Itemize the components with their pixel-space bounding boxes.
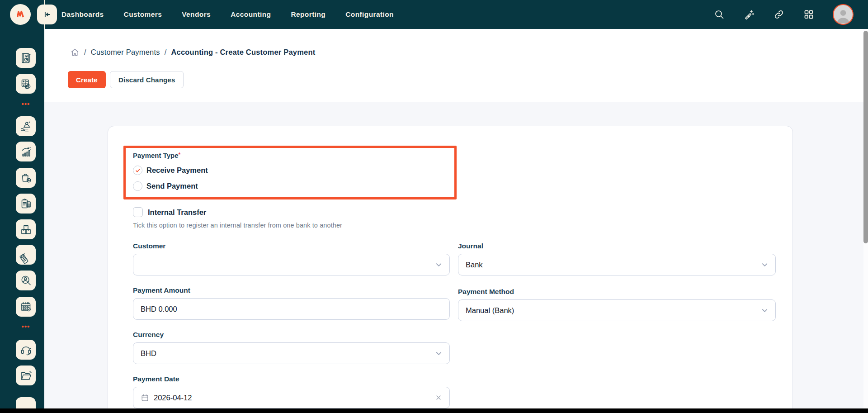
apps-grid-icon[interactable]: [803, 9, 815, 20]
radio-receive-payment[interactable]: Receive Payment: [133, 166, 454, 175]
customer-select[interactable]: [133, 254, 450, 275]
sidebar-item-ledger-report[interactable]: [16, 48, 36, 68]
clear-date-icon[interactable]: [435, 394, 442, 401]
main-area: / Customer Payments / Accounting - Creat…: [44, 29, 868, 413]
sidebar-separator-dots-2: •••: [16, 323, 36, 330]
collapse-sidebar-button[interactable]: [37, 5, 57, 24]
header-actions: Create Discard Changes: [68, 71, 184, 88]
currency-field-group: Currency BHD: [133, 331, 450, 364]
sidebar-item-clipboard-calculator[interactable]: [16, 194, 36, 214]
nav-item-customers[interactable]: Customers: [124, 10, 162, 19]
payment-date-value: 2026-04-12: [154, 394, 442, 402]
ledger-report-icon: [20, 52, 32, 64]
form-columns: Customer Payment Amount BHD 0.000: [133, 242, 776, 413]
sidebar-separator-dots: •••: [16, 101, 36, 107]
vertical-scrollbar[interactable]: [863, 29, 868, 413]
user-avatar[interactable]: [833, 4, 854, 25]
breadcrumb: / Customer Payments / Accounting - Creat…: [70, 47, 315, 57]
radio-button-unchecked[interactable]: [133, 181, 142, 191]
calendar-schedule-icon: [20, 301, 32, 313]
payment-method-select[interactable]: Manual (Bank): [458, 299, 776, 321]
nav-item-accounting[interactable]: Accounting: [231, 10, 271, 19]
journal-field-group: Journal Bank: [458, 242, 776, 275]
breadcrumb-separator: /: [84, 48, 86, 57]
app-logo[interactable]: [10, 4, 31, 25]
payment-type-highlight-box: Payment Type* Receive Payment Send Payme…: [123, 146, 457, 199]
sidebar-item-inventory-boxes[interactable]: [16, 219, 36, 239]
sidebar-item-customer-search[interactable]: [16, 271, 36, 290]
payment-amount-value: BHD 0.000: [141, 305, 442, 313]
required-marker: *: [179, 152, 181, 158]
discard-changes-button[interactable]: Discard Changes: [110, 71, 184, 88]
currency-label: Currency: [133, 331, 450, 339]
bottom-black-bar: [0, 408, 868, 413]
nav-item-configuration[interactable]: Configuration: [345, 10, 394, 19]
calendar-icon[interactable]: [141, 394, 149, 402]
internal-transfer-hint: Tick this option to register an internal…: [133, 222, 776, 229]
payment-method-value: Manual (Bank): [466, 306, 768, 315]
documents-folder-icon: [20, 370, 32, 382]
purchase-add-icon: [20, 172, 32, 184]
avatar-person-icon: [834, 7, 852, 24]
radio-label: Send Payment: [146, 182, 198, 190]
nav-item-reporting[interactable]: Reporting: [291, 10, 326, 19]
pos-terminal-icon: [15, 250, 32, 267]
radio-button-checked[interactable]: [133, 166, 142, 175]
home-icon[interactable]: [70, 47, 80, 57]
content-area: Payment Type* Receive Payment Send Payme…: [44, 103, 868, 413]
currency-value: BHD: [141, 349, 442, 358]
sidebar-item-calculator-finance[interactable]: [16, 74, 36, 94]
payment-date-label: Payment Date: [133, 375, 450, 383]
internal-transfer-row[interactable]: Internal Transfer: [133, 207, 776, 217]
payment-method-field-group: Payment Method Manual (Bank): [458, 288, 776, 321]
journal-select[interactable]: Bank: [458, 254, 776, 275]
page-header: / Customer Payments / Accounting - Creat…: [44, 29, 868, 102]
internal-transfer-label: Internal Transfer: [148, 208, 206, 217]
payment-date-input[interactable]: 2026-04-12: [133, 387, 450, 408]
sidebar-item-calendar-schedule[interactable]: [16, 297, 36, 317]
nav-item-dashboards[interactable]: Dashboards: [61, 10, 104, 19]
support-headset-icon: [20, 344, 32, 356]
sidebar-item-purchase-add[interactable]: [16, 168, 36, 188]
internal-transfer-checkbox[interactable]: [133, 207, 143, 217]
customer-label: Customer: [133, 242, 450, 250]
payment-form-card: Payment Type* Receive Payment Send Payme…: [108, 126, 793, 413]
topbar-actions: [713, 4, 854, 25]
sidebar-item-growth-chart[interactable]: [16, 142, 36, 161]
magic-wand-icon[interactable]: [743, 9, 755, 20]
scrollbar-thumb[interactable]: [863, 31, 868, 243]
radio-label: Receive Payment: [146, 166, 208, 175]
breadcrumb-customer-payments[interactable]: Customer Payments: [91, 48, 160, 57]
sidebar-item-pos-terminal[interactable]: [16, 245, 36, 265]
clipboard-calculator-icon: [20, 198, 32, 210]
radio-send-payment[interactable]: Send Payment: [133, 181, 454, 191]
payment-date-field-group: Payment Date 2026-04-12: [133, 375, 450, 408]
main-menu: Dashboards Customers Vendors Accounting …: [61, 10, 394, 19]
chevron-down-icon[interactable]: [434, 349, 443, 358]
left-sidebar: ••• •••: [0, 0, 44, 413]
payment-type-label: Payment Type*: [133, 152, 454, 159]
currency-select[interactable]: BHD: [133, 342, 450, 364]
growth-chart-icon: [20, 146, 32, 158]
payment-amount-label: Payment Amount: [133, 286, 450, 294]
chevron-down-icon[interactable]: [434, 261, 443, 269]
payment-method-label: Payment Method: [458, 288, 776, 296]
journal-value: Bank: [466, 261, 768, 269]
page-title: Accounting - Create Customer Payment: [171, 48, 315, 57]
payment-amount-field-group: Payment Amount BHD 0.000: [133, 286, 450, 320]
inventory-boxes-icon: [20, 223, 32, 236]
nav-item-vendors[interactable]: Vendors: [182, 10, 211, 19]
payment-amount-input[interactable]: BHD 0.000: [133, 298, 450, 320]
link-icon[interactable]: [773, 9, 785, 20]
customer-search-icon: [20, 275, 32, 287]
collapse-sidebar-icon: [42, 9, 52, 19]
sidebar-item-support-headset[interactable]: [16, 340, 36, 360]
chevron-down-icon[interactable]: [760, 261, 769, 269]
breadcrumb-separator: /: [165, 48, 167, 57]
search-icon[interactable]: [713, 9, 725, 20]
logo-icon: [14, 8, 27, 21]
create-button[interactable]: Create: [68, 71, 106, 88]
sidebar-item-documents-folder[interactable]: [16, 366, 36, 385]
sidebar-item-receive-care[interactable]: [16, 116, 36, 136]
chevron-down-icon[interactable]: [760, 306, 769, 315]
